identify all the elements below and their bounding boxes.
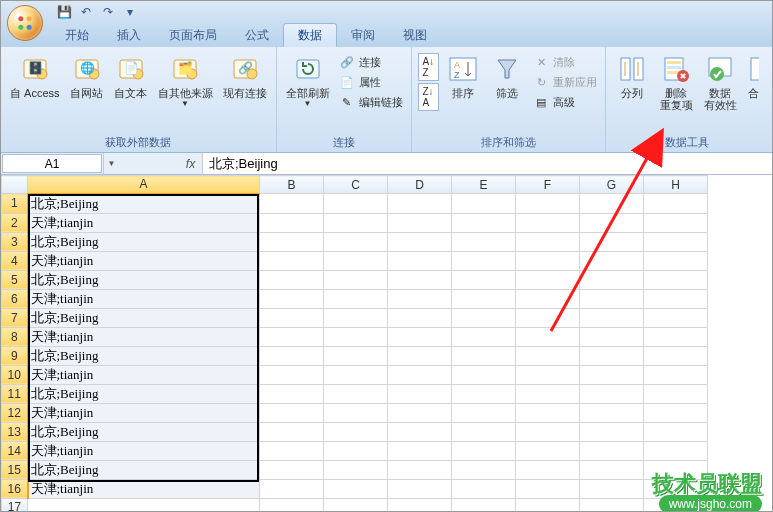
- cell[interactable]: [388, 346, 452, 365]
- row-header[interactable]: 14: [2, 441, 28, 460]
- row-header[interactable]: 6: [2, 289, 28, 308]
- cell[interactable]: [516, 289, 580, 308]
- cell[interactable]: [388, 308, 452, 327]
- cell[interactable]: 北京;Beijing: [28, 270, 260, 289]
- cell[interactable]: [452, 403, 516, 422]
- cell[interactable]: [260, 365, 324, 384]
- cell[interactable]: [644, 422, 708, 441]
- cell[interactable]: [452, 365, 516, 384]
- cell[interactable]: [260, 327, 324, 346]
- cell[interactable]: [260, 251, 324, 270]
- cell[interactable]: [324, 403, 388, 422]
- cell[interactable]: [580, 289, 644, 308]
- cell[interactable]: [324, 213, 388, 232]
- tab-5[interactable]: 审阅: [337, 24, 389, 47]
- cell[interactable]: 天津;tianjin: [28, 289, 260, 308]
- cell[interactable]: [516, 422, 580, 441]
- cell[interactable]: [580, 232, 644, 251]
- cell[interactable]: [260, 213, 324, 232]
- cell[interactable]: [580, 441, 644, 460]
- cell[interactable]: [388, 270, 452, 289]
- cell[interactable]: [580, 194, 644, 214]
- cell[interactable]: [644, 441, 708, 460]
- cell[interactable]: [516, 441, 580, 460]
- cell[interactable]: 天津;tianjin: [28, 479, 260, 498]
- cell[interactable]: [516, 308, 580, 327]
- cell[interactable]: [324, 422, 388, 441]
- filter-button[interactable]: 筛选: [487, 51, 527, 101]
- row-header[interactable]: 12: [2, 403, 28, 422]
- cell[interactable]: [452, 479, 516, 498]
- cell[interactable]: [324, 232, 388, 251]
- cell[interactable]: [580, 460, 644, 479]
- cell[interactable]: [644, 232, 708, 251]
- cell[interactable]: [452, 460, 516, 479]
- cell[interactable]: [580, 327, 644, 346]
- cell[interactable]: [260, 498, 324, 511]
- cell[interactable]: [388, 422, 452, 441]
- cell[interactable]: [388, 213, 452, 232]
- qat-dropdown-icon[interactable]: ▾: [121, 3, 139, 21]
- cell[interactable]: [452, 498, 516, 511]
- cell[interactable]: [388, 403, 452, 422]
- cell[interactable]: [516, 327, 580, 346]
- cell[interactable]: [580, 365, 644, 384]
- name-box[interactable]: A1: [2, 154, 102, 173]
- cell[interactable]: 北京;Beijing: [28, 460, 260, 479]
- cell[interactable]: [516, 213, 580, 232]
- cell[interactable]: 北京;Beijing: [28, 384, 260, 403]
- undo-icon[interactable]: ↶: [77, 3, 95, 21]
- row-header[interactable]: 8: [2, 327, 28, 346]
- data-validation-button[interactable]: 数据 有效性: [700, 51, 740, 113]
- cell[interactable]: [516, 460, 580, 479]
- row-header[interactable]: 10: [2, 365, 28, 384]
- select-all-corner[interactable]: [2, 176, 28, 194]
- cell[interactable]: [644, 270, 708, 289]
- cell[interactable]: [324, 270, 388, 289]
- cell[interactable]: [452, 232, 516, 251]
- tab-0[interactable]: 开始: [51, 24, 103, 47]
- cell[interactable]: [644, 403, 708, 422]
- cell[interactable]: 天津;tianjin: [28, 213, 260, 232]
- redo-icon[interactable]: ↷: [99, 3, 117, 21]
- cell[interactable]: [580, 479, 644, 498]
- cell[interactable]: [580, 498, 644, 511]
- cell[interactable]: [388, 460, 452, 479]
- cell[interactable]: [516, 270, 580, 289]
- cell[interactable]: [260, 460, 324, 479]
- cell[interactable]: [324, 365, 388, 384]
- row-header[interactable]: 17: [2, 498, 28, 511]
- external-data-button-0[interactable]: 🗄️自 Access: [7, 51, 63, 101]
- cell[interactable]: [324, 479, 388, 498]
- cell[interactable]: [260, 194, 324, 214]
- column-header[interactable]: D: [388, 176, 452, 194]
- cell[interactable]: [260, 346, 324, 365]
- row-header[interactable]: 2: [2, 213, 28, 232]
- cell[interactable]: [644, 308, 708, 327]
- cell[interactable]: [260, 403, 324, 422]
- cell[interactable]: [580, 270, 644, 289]
- clear-filter-button[interactable]: ✕清除: [531, 53, 599, 71]
- properties-button[interactable]: 📄属性: [337, 73, 405, 91]
- cell[interactable]: [260, 308, 324, 327]
- remove-duplicates-button[interactable]: 删除 重复项: [656, 51, 696, 113]
- cell[interactable]: [452, 270, 516, 289]
- row-header[interactable]: 3: [2, 232, 28, 251]
- row-header[interactable]: 15: [2, 460, 28, 479]
- column-header[interactable]: C: [324, 176, 388, 194]
- column-header[interactable]: A: [28, 176, 260, 194]
- cell[interactable]: 北京;Beijing: [28, 194, 260, 214]
- cell[interactable]: [324, 498, 388, 511]
- external-data-button-3[interactable]: 🗂️自其他来源▼: [155, 51, 216, 110]
- sort-button[interactable]: AZ 排序: [443, 51, 483, 101]
- cell[interactable]: [388, 384, 452, 403]
- cell[interactable]: [324, 384, 388, 403]
- fx-icon[interactable]: fx: [179, 153, 203, 174]
- external-data-button-4[interactable]: 🔗现有连接: [220, 51, 270, 101]
- cell[interactable]: [388, 251, 452, 270]
- cell[interactable]: [644, 194, 708, 214]
- cell[interactable]: [516, 403, 580, 422]
- refresh-all-button[interactable]: 全部刷新 ▼: [283, 51, 333, 110]
- cell[interactable]: [388, 327, 452, 346]
- cell[interactable]: [452, 251, 516, 270]
